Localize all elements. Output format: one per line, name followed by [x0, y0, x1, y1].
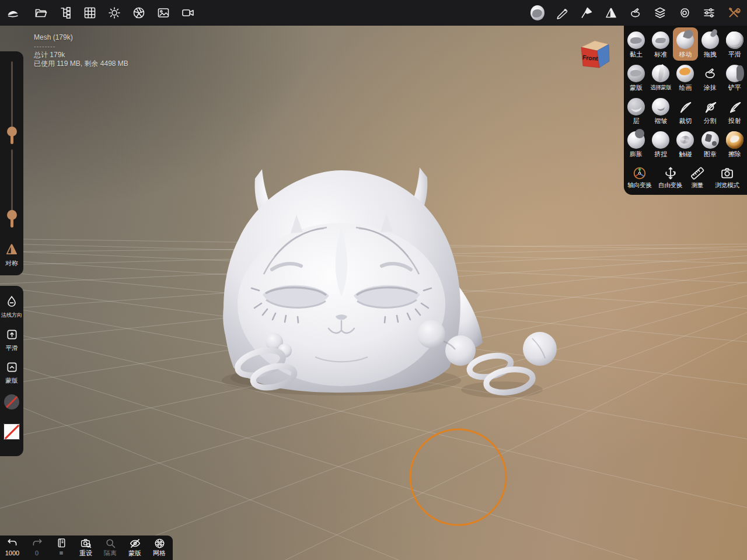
layers-stack-icon[interactable]	[653, 6, 667, 20]
tool-label: 平滑	[728, 51, 741, 58]
background-image-icon[interactable]	[156, 6, 170, 20]
smudge-hand-icon	[703, 66, 718, 81]
square-red-diagonal-icon	[4, 424, 20, 440]
history-button[interactable]: =	[49, 536, 74, 560]
stats-divider: --------	[34, 42, 128, 51]
postprocess-aperture-icon[interactable]	[132, 6, 146, 20]
tool-pinch[interactable]: 挤捏	[648, 127, 673, 160]
droplet-minus-icon	[5, 295, 19, 309]
redo-button[interactable]: 0	[25, 536, 49, 560]
tool-drag[interactable]: 拖拽	[698, 27, 722, 61]
tool-erase[interactable]: 擦除	[722, 127, 747, 160]
isolate-magnifier-icon	[104, 537, 117, 550]
tool-paint[interactable]: 绘画	[673, 61, 697, 94]
brush-cursor-circle[interactable]	[410, 429, 506, 525]
normal-direction-button[interactable]	[0, 295, 23, 309]
smooth-button[interactable]	[0, 328, 23, 341]
flatten-sphere-icon	[726, 65, 743, 82]
tool-label: 选择蒙版	[650, 84, 671, 91]
tool-crease[interactable]: 褶皱	[648, 94, 673, 127]
tool-label: 层	[633, 117, 640, 124]
symmetry-toggle-icon[interactable]	[4, 242, 19, 257]
top-toolbar-right	[530, 6, 747, 20]
tool-split[interactable]: 分割	[698, 94, 722, 127]
top-toolbar-left	[0, 6, 195, 20]
undo-arrow-icon	[6, 537, 19, 550]
tool-label: 挤捏	[654, 150, 667, 158]
vertex-total: 总计 179k	[34, 51, 128, 60]
tool-smudge[interactable]: 涂抹	[698, 61, 722, 94]
stylus-hand-icon[interactable]	[629, 6, 643, 20]
tools-wrench-icon[interactable]	[727, 6, 741, 20]
stroke-pencil-icon[interactable]	[555, 6, 569, 20]
mask-view-button[interactable]: 蒙版	[123, 536, 147, 560]
tool-project[interactable]: 投射	[722, 94, 747, 127]
select-mask-sphere-icon	[652, 65, 669, 82]
left-option-panel: 法线方向 平滑 蒙版	[0, 286, 23, 456]
tool-label: 图章	[704, 150, 717, 158]
isolate-button[interactable]: 隔离	[98, 536, 123, 560]
view-camera-icon	[720, 166, 735, 181]
mesh-name: Mesh (179k)	[34, 33, 128, 42]
tool-standard[interactable]: 标准	[648, 27, 673, 61]
tool-label: 裁切	[679, 117, 692, 124]
transform-tool-row: 轴向变换 自由变换 测量 浏览模式	[624, 160, 747, 192]
split-knife-icon	[703, 99, 718, 114]
material-sphere-icon[interactable]	[530, 6, 544, 20]
layer-sphere-icon	[627, 98, 645, 116]
view-cube-front-label: Front	[582, 54, 598, 62]
drag-sphere-icon	[701, 32, 719, 49]
sculpt-model[interactable]	[222, 167, 557, 398]
topology-grid-icon[interactable]	[83, 6, 97, 20]
tool-smooth[interactable]: 平滑	[722, 27, 747, 61]
undo-button[interactable]: 1000	[0, 536, 25, 560]
brush-tool-grid: 黏土 标准 移动 拖拽 平滑 蒙版 选择蒙版 绘画 涂抹 铲平 层 褶皱 裁切 …	[624, 27, 747, 160]
symmetry-label: 对称	[0, 259, 23, 268]
wireframe-button[interactable]: 网格	[147, 536, 172, 560]
camera-video-icon[interactable]	[181, 6, 195, 20]
tool-label: 标准	[654, 51, 667, 58]
redo-arrow-icon	[31, 537, 43, 550]
tool-mask[interactable]: 蒙版	[624, 61, 648, 94]
scene-graph-icon[interactable]	[58, 6, 72, 20]
painting-brush-icon[interactable]	[580, 6, 594, 20]
tool-select-mask[interactable]: 选择蒙版	[648, 61, 673, 94]
tool-view-mode[interactable]: 浏览模式	[709, 162, 745, 192]
memory-usage: 已使用 119 MB, 剩余 4498 MB	[34, 60, 128, 68]
tool-clay[interactable]: 黏土	[624, 27, 648, 61]
tool-nudge[interactable]: 触碰	[673, 127, 697, 160]
tool-stamp[interactable]: 图章	[698, 127, 722, 160]
tool-gizmo[interactable]: 轴向变换	[624, 162, 655, 192]
nomad-logo-icon[interactable]	[6, 6, 20, 20]
brush-radius-slider-knob[interactable]	[7, 127, 17, 136]
rough-sphere-icon	[726, 32, 743, 49]
symmetry-triangle-icon[interactable]	[604, 6, 618, 20]
view-cube[interactable]: Front	[575, 35, 613, 74]
history-label: =	[60, 550, 63, 557]
lighting-sun-icon[interactable]	[107, 6, 121, 20]
tool-free-transform[interactable]: 自由变换	[655, 162, 686, 192]
circle-slash-icon	[4, 394, 19, 410]
tool-inflate[interactable]: 膨胀	[624, 127, 648, 160]
redo-count: 0	[35, 550, 39, 557]
files-folder-icon[interactable]	[34, 6, 48, 20]
square-caret-icon	[5, 360, 19, 374]
tool-trim[interactable]: 裁切	[673, 94, 697, 127]
settings-gear-icon[interactable]	[678, 6, 692, 20]
tool-move-selected[interactable]: 移动	[673, 27, 697, 61]
brush-intensity-slider-knob[interactable]	[7, 210, 17, 220]
tool-measure[interactable]: 测量	[686, 162, 709, 192]
camera-reset-button[interactable]: 重设	[74, 536, 98, 560]
smooth-label: 平滑	[0, 344, 23, 352]
project-knife-icon	[727, 99, 742, 114]
tool-flatten[interactable]: 铲平	[722, 61, 747, 94]
tool-label: 黏土	[630, 51, 643, 58]
crease-sphere-icon	[652, 98, 669, 116]
gizmo-icon	[632, 166, 647, 181]
nudge-sphere-icon	[676, 131, 694, 149]
stroke-falloff-button[interactable]	[0, 424, 23, 440]
mask-option-button[interactable]	[0, 360, 23, 374]
interface-sliders-icon[interactable]	[702, 6, 716, 20]
falloff-disabled-button[interactable]	[0, 394, 23, 410]
tool-layer[interactable]: 层	[624, 94, 648, 127]
